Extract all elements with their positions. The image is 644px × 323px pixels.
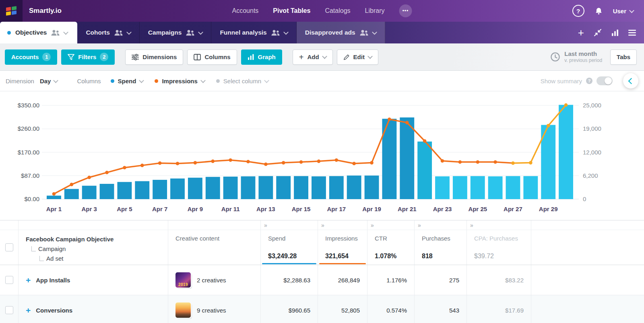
- hierarchy-level-1: Facebook Campaign Objective: [26, 235, 114, 243]
- cell-impressions: 268,849: [318, 265, 367, 295]
- columns-button[interactable]: Columns: [187, 49, 237, 65]
- toolbar-right: Last month v. previous period Tabs: [550, 49, 639, 65]
- tabs-button-label: Tabs: [617, 53, 630, 60]
- user-label: User: [613, 8, 626, 14]
- creative-thumbnail[interactable]: [175, 302, 191, 318]
- collapse-panel-button[interactable]: [623, 73, 638, 88]
- chart-canvas[interactable]: $350.0025,000$260.0019,000$170.0012,000$…: [0, 91, 644, 220]
- plus-icon: +: [299, 53, 304, 61]
- column-header-impressions[interactable]: Impressions 321,654: [318, 230, 367, 265]
- smartly-logo[interactable]: [0, 0, 23, 22]
- hierarchy-header: Facebook Campaign Objective Campaign Ad …: [19, 230, 168, 265]
- tree-elbow: [39, 256, 44, 261]
- expand-column-icon[interactable]: »: [418, 222, 421, 228]
- tab-objectives[interactable]: Objectives: [0, 22, 77, 43]
- columns-button-label: Columns: [204, 53, 230, 60]
- new-tab-button[interactable]: +: [578, 27, 584, 38]
- more-menu-button[interactable]: •••: [399, 4, 412, 17]
- creative-count: 2 creatives: [197, 277, 226, 284]
- dimension-select[interactable]: Day: [40, 78, 58, 84]
- chart-view-icon[interactable]: [611, 29, 619, 36]
- column-selector-impressions[interactable]: Impressions: [155, 78, 204, 84]
- shared-users-icon: [51, 30, 60, 36]
- expand-column-icon[interactable]: »: [470, 222, 473, 228]
- creative-thumbnail[interactable]: 2019: [175, 272, 191, 288]
- summary-ctr: 1.078%: [375, 253, 396, 260]
- column-label: Purchases: [422, 235, 450, 242]
- table-row[interactable]: + App Installs 2019 2 creatives $2,288.6…: [0, 265, 644, 295]
- table-row[interactable]: + Conversions 9 creatives $960.65 52,805…: [0, 295, 644, 323]
- empty-series-dot: [216, 79, 220, 83]
- user-menu[interactable]: User: [613, 8, 634, 14]
- nav-pivot-tables[interactable]: Pivot Tables: [273, 7, 310, 14]
- chevron-down-icon: [264, 78, 269, 83]
- column-header-purchases[interactable]: Purchases 818: [415, 230, 467, 265]
- tab-label: Disapproved ads: [305, 29, 355, 36]
- column-header-ctr[interactable]: CTR 1.078%: [367, 230, 415, 265]
- edit-button[interactable]: Edit: [337, 49, 378, 65]
- expand-row-icon[interactable]: +: [26, 276, 31, 284]
- chevron-down-icon[interactable]: [64, 29, 69, 35]
- help-tooltip-icon[interactable]: ?: [586, 78, 592, 84]
- chevron-down-icon[interactable]: [126, 29, 132, 35]
- chevron-down-icon[interactable]: [283, 29, 289, 35]
- active-tab-dot: [7, 31, 11, 35]
- main-nav: Accounts Pivot Tables Catalogs Library •…: [232, 0, 412, 22]
- column-label: Spend: [268, 235, 285, 242]
- cell-ctr: 0.574%: [367, 295, 415, 323]
- graph-button[interactable]: Graph: [241, 49, 282, 65]
- svg-text:25,000: 25,000: [583, 102, 601, 109]
- column-header-spend[interactable]: Spend $3,249.28: [261, 230, 318, 265]
- column-label: CPA: Purchases: [474, 235, 518, 242]
- cell-ctr: 1.176%: [367, 265, 415, 295]
- chart-controls-row: Dimension Day Columns Spend Impressions …: [0, 71, 644, 91]
- expand-row-icon[interactable]: +: [26, 306, 31, 315]
- svg-text:Apr 1: Apr 1: [46, 206, 62, 212]
- tab-funnel-analysis[interactable]: Funnel analysis: [211, 22, 296, 43]
- svg-text:Apr 21: Apr 21: [398, 206, 417, 212]
- svg-text:Apr 3: Apr 3: [81, 206, 97, 212]
- nav-catalogs[interactable]: Catalogs: [325, 7, 350, 14]
- tab-cohorts[interactable]: Cohorts: [77, 22, 139, 43]
- column-selector-spend[interactable]: Spend: [111, 78, 144, 84]
- pivot-toolbar: Accounts 1 Filters 2 Dimensions Columns …: [0, 43, 644, 71]
- period-label: Last month: [564, 50, 602, 58]
- filters-button[interactable]: Filters 2: [61, 49, 115, 65]
- impressions-series-dot: [155, 79, 158, 83]
- help-icon[interactable]: ?: [572, 5, 584, 17]
- chevron-down-icon[interactable]: [372, 29, 377, 35]
- notifications-bell-icon[interactable]: [595, 7, 603, 15]
- svg-text:Apr 9: Apr 9: [188, 206, 203, 212]
- expand-column-icon[interactable]: »: [321, 222, 324, 228]
- column-header-cpa[interactable]: CPA: Purchases $39.72: [467, 230, 531, 265]
- impressions-series-underline: [319, 263, 366, 264]
- chevron-down-icon[interactable]: [198, 29, 204, 35]
- row-checkbox[interactable]: [5, 276, 13, 284]
- collapse-view-icon[interactable]: [594, 29, 602, 37]
- performance-chart: $350.0025,000$260.0019,000$170.0012,000$…: [0, 91, 644, 220]
- row-checkbox[interactable]: [5, 306, 13, 314]
- nav-accounts[interactable]: Accounts: [232, 7, 259, 14]
- tab-campaigns[interactable]: Campaigns: [140, 22, 212, 43]
- brand-name[interactable]: Smartly.io: [29, 7, 62, 15]
- column-selector-empty[interactable]: Select column: [216, 78, 268, 84]
- column-selectors: Spend Impressions Select column: [111, 78, 268, 84]
- date-range-selector[interactable]: Last month v. previous period: [550, 50, 602, 63]
- dimensions-button[interactable]: Dimensions: [125, 49, 183, 65]
- svg-text:$350.00: $350.00: [18, 102, 39, 109]
- select-all-checkbox[interactable]: [5, 243, 13, 251]
- hamburger-menu-icon[interactable]: [628, 30, 636, 36]
- tabs-button[interactable]: Tabs: [610, 49, 637, 65]
- svg-text:Apr 7: Apr 7: [152, 206, 167, 212]
- show-summary-toggle[interactable]: [597, 76, 613, 85]
- svg-text:Apr 25: Apr 25: [468, 206, 487, 212]
- expand-column-icon[interactable]: »: [371, 222, 374, 228]
- chevron-down-icon: [367, 54, 373, 59]
- add-button[interactable]: + Add: [293, 49, 333, 65]
- nav-library[interactable]: Library: [365, 7, 385, 14]
- column-expander-row: » » » » »: [0, 220, 644, 230]
- tab-disapproved-ads[interactable]: Disapproved ads: [297, 22, 385, 43]
- accounts-button[interactable]: Accounts 1: [5, 49, 57, 65]
- svg-text:0: 0: [583, 195, 586, 202]
- expand-column-icon[interactable]: »: [264, 222, 267, 228]
